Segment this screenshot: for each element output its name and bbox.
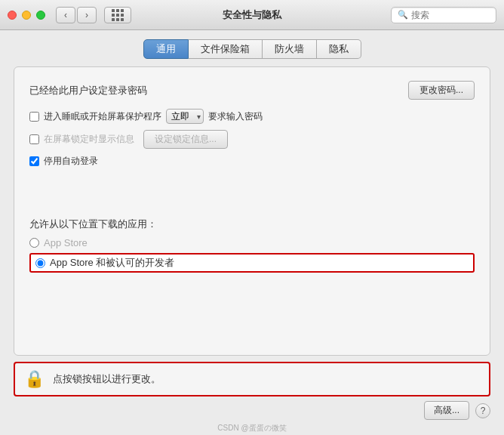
sleep-checkbox-row: 进入睡眠或开始屏幕保护程序 立即 要求输入密码: [29, 109, 475, 124]
close-button[interactable]: [8, 11, 17, 20]
disable-auto-login-checkbox[interactable]: [29, 156, 39, 166]
lock-icon: 🔒: [24, 369, 45, 389]
maximize-button[interactable]: [36, 11, 45, 20]
window-title: 安全性与隐私: [223, 8, 281, 22]
watermark: CSDN @蛋蛋の微笑: [0, 423, 504, 435]
auto-login-checkbox-row: 停用自动登录: [29, 155, 475, 168]
download-section: 允许从以下位置下载的应用： App Store App Store 和被认可的开…: [29, 210, 475, 273]
grid-icon: [112, 9, 124, 21]
search-icon: 🔍: [398, 10, 408, 20]
tabs-row: 通用 文件保险箱 防火墙 隐私: [0, 30, 504, 66]
sleep-checkbox-label: 进入睡眠或开始屏幕保护程序: [44, 110, 161, 123]
radio-app-store-dev[interactable]: [35, 258, 45, 268]
footer-row: 高级... ?: [0, 396, 504, 423]
grid-button[interactable]: [104, 7, 131, 23]
titlebar: ‹ › 安全性与隐私 🔍: [0, 0, 504, 30]
panel-spacer: [29, 174, 475, 204]
lock-icon-wrap: 🔒: [23, 368, 45, 390]
minimize-button[interactable]: [22, 11, 31, 20]
traffic-lights: [8, 11, 45, 20]
tab-general[interactable]: 通用: [143, 39, 189, 59]
radio-app-store-dev-label: App Store 和被认可的开发者: [50, 256, 174, 270]
search-box[interactable]: 🔍: [391, 7, 496, 23]
disable-auto-login-label: 停用自动登录: [44, 155, 98, 168]
radio-app-store-dev-row: App Store 和被认可的开发者: [29, 253, 475, 273]
advanced-button[interactable]: 高级...: [424, 401, 469, 420]
bottom-bar[interactable]: 🔒 点按锁按钮以进行更改。: [14, 362, 490, 396]
download-title: 允许从以下位置下载的应用：: [29, 218, 475, 231]
bottom-bar-text: 点按锁按钮以进行更改。: [53, 372, 161, 386]
sleep-select-wrapper[interactable]: 立即: [166, 109, 204, 124]
radio-app-store[interactable]: [29, 238, 39, 248]
tab-firewall[interactable]: 防火墙: [263, 39, 317, 59]
tab-filevault[interactable]: 文件保险箱: [189, 39, 263, 59]
sleep-select[interactable]: 立即: [166, 109, 204, 124]
set-lock-info-button[interactable]: 设定锁定信息...: [143, 130, 228, 149]
change-password-button[interactable]: 更改密码...: [408, 81, 475, 100]
lock-message-checkbox-row: 在屏幕锁定时显示信息 设定锁定信息...: [29, 130, 475, 149]
search-input[interactable]: [411, 10, 490, 20]
require-password-label: 要求输入密码: [208, 110, 263, 123]
password-set-label: 已经给此用户设定登录密码: [29, 84, 408, 97]
lock-message-label: 在屏幕锁定时显示信息: [44, 133, 134, 146]
forward-button[interactable]: ›: [77, 7, 97, 23]
sleep-select-wrap: 立即 要求输入密码: [166, 109, 263, 124]
tab-privacy[interactable]: 隐私: [317, 39, 361, 59]
help-button[interactable]: ?: [475, 403, 490, 418]
nav-buttons: ‹ ›: [56, 7, 97, 23]
panel: 已经给此用户设定登录密码 更改密码... 进入睡眠或开始屏幕保护程序 立即 要求…: [14, 66, 490, 356]
password-row: 已经给此用户设定登录密码 更改密码...: [29, 81, 475, 100]
sleep-checkbox[interactable]: [29, 112, 39, 122]
main-content: 通用 文件保险箱 防火墙 隐私 已经给此用户设定登录密码 更改密码... 进入睡…: [0, 30, 504, 435]
radio-app-store-label: App Store: [44, 237, 88, 248]
lock-message-checkbox[interactable]: [29, 134, 39, 144]
back-button[interactable]: ‹: [56, 7, 75, 23]
radio-app-store-row: App Store: [29, 237, 475, 248]
